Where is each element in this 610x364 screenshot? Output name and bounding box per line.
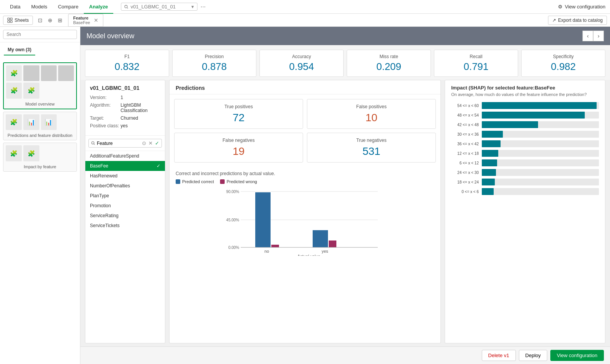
settings-sheet-button[interactable]: ⊞ (55, 15, 65, 25)
sheets-button[interactable]: Sheets (3, 16, 33, 25)
gear-icon: ⚙ (558, 4, 563, 10)
chevron-down-icon[interactable]: ▾ (191, 4, 194, 10)
info-positive-class: Positive class: yes (90, 123, 160, 128)
legend-correct: Predicted correct (176, 179, 214, 184)
true-positives-card: True positives 72 (174, 99, 303, 129)
feature-item-promotion[interactable]: Promotion (85, 201, 165, 211)
metric-accuracy: Accuracy 0.954 (259, 50, 344, 77)
svg-point-0 (125, 5, 127, 8)
info-version: Version: 1 (90, 95, 160, 100)
shap-bar-5 (482, 150, 498, 157)
shap-bar-1 (482, 112, 585, 119)
feature-close-icon[interactable]: ✕ (148, 140, 153, 146)
feature-search-icon (91, 141, 95, 145)
prev-arrow[interactable]: ‹ (582, 31, 593, 41)
view-configuration-bottom-button[interactable]: View configuration (550, 350, 604, 361)
add-sheet-button[interactable]: ⊕ (45, 15, 55, 25)
shap-row-6: 6 <= x < 12 (451, 159, 599, 166)
nav-compare[interactable]: Compare (52, 0, 83, 14)
feature-item-hasrenewed[interactable]: HasRenewed (85, 171, 165, 181)
feature-item-servicerating[interactable]: ServiceRating (85, 211, 165, 221)
thumb-cell (58, 65, 74, 81)
feature-item-plantype[interactable]: PlanType (85, 191, 165, 201)
sidebar-thumbnail-label-3: Impact by feature (3, 164, 77, 171)
metric-recall: Recall 0.791 (434, 50, 518, 77)
bar-yes-wrong (329, 240, 336, 247)
sidebar-item-impact[interactable]: 🧩 🧩 Impact by feature (3, 143, 77, 172)
legend-wrong-dot (220, 179, 225, 184)
info-target: Target: Churned (90, 115, 160, 121)
view-configuration-button[interactable]: ⚙ View configuration (558, 4, 605, 10)
next-arrow[interactable]: › (593, 31, 604, 41)
metric-miss-rate: Miss rate 0.209 (347, 50, 431, 77)
metric-specificity-label: Specificity (529, 54, 597, 59)
metric-specificity-value: 0.982 (529, 61, 597, 73)
metric-accuracy-label: Accuracy (267, 54, 336, 59)
close-sheet-icon[interactable]: ✕ (94, 17, 98, 23)
thumb-cell: 🧩 (23, 83, 39, 98)
bar-no-correct (255, 192, 271, 247)
metric-recall-value: 0.791 (442, 61, 510, 73)
model-search-input[interactable] (130, 4, 190, 10)
thumb-cell (41, 65, 57, 81)
metric-recall-label: Recall (442, 54, 510, 59)
sheet-tab-subtitle: BaseFee (73, 20, 90, 25)
sidebar-item-model-overview[interactable]: 🧩 🧩 🧩 Model overview (3, 62, 77, 109)
false-negatives-value: 19 (181, 145, 297, 158)
feature-search-bar: ⊙ ✕ ✓ (88, 139, 162, 148)
model-title: v01_LGBMC_01_01 (90, 85, 160, 91)
feature-item-penalties[interactable]: NumberOfPenalties (85, 181, 165, 191)
nav-analyze[interactable]: Analyze (84, 0, 113, 14)
sidebar-thumbnail-label-2: Predictions and feature distribution (3, 132, 77, 140)
feature-search-input[interactable] (97, 141, 140, 146)
feature-settings-icon[interactable]: ⊙ (142, 140, 146, 146)
svg-point-6 (91, 141, 94, 144)
legend-wrong: Predicted wrong (220, 179, 257, 184)
fit-screen-button[interactable]: ⊡ (35, 15, 45, 25)
model-search-bar: ▾ (121, 3, 197, 11)
feature-check-icon[interactable]: ✓ (155, 140, 159, 146)
thumb-cell: 🧩 (6, 145, 22, 161)
false-positives-card: False positives 10 (307, 99, 436, 129)
nav-models[interactable]: Models (26, 0, 52, 14)
main-layout: My own (3) 🧩 🧩 🧩 Model overview 🧩 (0, 27, 610, 364)
svg-text:Actual value: Actual value (297, 254, 320, 256)
shap-bar-9 (482, 188, 494, 195)
shap-bar-3 (482, 131, 503, 138)
thumb-cell (23, 65, 39, 81)
predictions-grid: True positives 72 False positives 10 Fal… (170, 94, 440, 167)
sheet-tab-feature[interactable]: Feature BaseFee ✕ (68, 14, 103, 27)
thumb-cell: 🧩 (6, 114, 22, 130)
true-positives-label: True positives (181, 104, 297, 109)
shap-bar-7 (482, 169, 496, 176)
shap-row-2: 42 <= x < 48 (451, 121, 599, 128)
thumb-cell: 🧩 (6, 83, 22, 98)
feature-item-basefee[interactable]: BaseFee ✓ (85, 161, 165, 171)
svg-rect-4 (8, 21, 10, 23)
feature-item-servicetickets[interactable]: ServiceTickets (85, 221, 165, 231)
feature-item-additional[interactable]: AdditionalFeatureSpend (85, 151, 165, 161)
svg-text:0.00%: 0.00% (228, 245, 239, 250)
delete-button[interactable]: Delete v1 (482, 350, 516, 361)
shap-row-8: 18 <= x < 24 (451, 179, 599, 185)
sheets-bar: Sheets ⊡ ⊕ ⊞ Feature BaseFee ✕ ↗ Export … (0, 14, 610, 27)
sidebar: My own (3) 🧩 🧩 🧩 Model overview 🧩 (0, 27, 80, 364)
bar-no-wrong (271, 245, 279, 247)
true-positives-value: 72 (181, 112, 297, 124)
nav-data[interactable]: Data (5, 0, 26, 14)
shap-row-5: 12 <= x < 18 (451, 150, 599, 157)
model-info: v01_LGBMC_01_01 Version: 1 Algorithm: Li… (85, 80, 165, 136)
predictions-title: Predictions (170, 80, 440, 94)
shap-row-1: 48 <= x < 54 (451, 112, 599, 119)
svg-text:45.00%: 45.00% (226, 218, 239, 222)
deploy-button[interactable]: Deploy (519, 350, 547, 361)
sidebar-search-input[interactable] (3, 30, 77, 39)
export-button[interactable]: ↗ Export data to catalog (548, 16, 607, 25)
shap-row-4: 36 <= x < 42 (451, 140, 599, 147)
shap-bar-0 (482, 102, 597, 109)
sidebar-item-predictions[interactable]: 🧩 📊 📊 Predictions and feature distributi… (3, 112, 77, 141)
more-options-icon[interactable]: ··· (201, 3, 206, 10)
false-positives-label: False positives (313, 104, 429, 109)
shap-row-7: 24 <= x < 30 (451, 169, 599, 176)
legend-correct-dot (176, 179, 180, 184)
